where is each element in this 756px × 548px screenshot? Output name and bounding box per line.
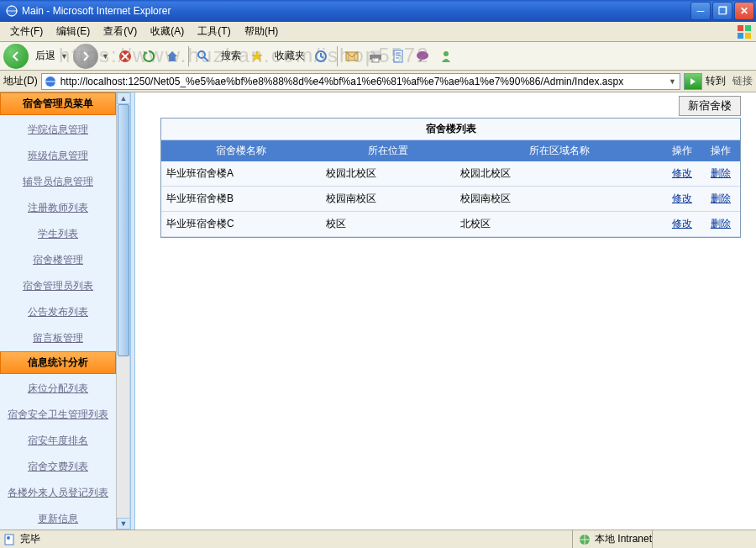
sidebar-link-fee[interactable]: 宿舍交费列表 (0, 454, 116, 480)
maximize-button[interactable]: ❐ (712, 2, 732, 20)
menu-edit[interactable]: 编辑(E) (50, 22, 97, 41)
home-button[interactable] (161, 45, 183, 67)
table-row: 毕业班宿舍楼C 校区 北校区 修改 删除 (161, 212, 740, 237)
sidebar-link-student[interactable]: 学生列表 (0, 221, 116, 247)
svg-rect-9 (371, 50, 380, 55)
cell-name: 毕业班宿舍楼C (161, 212, 321, 237)
cell-area: 校园南校区 (455, 187, 663, 212)
sidebar-link-bed[interactable]: 床位分配列表 (0, 376, 116, 402)
go-button[interactable] (684, 73, 702, 90)
svg-rect-1 (738, 25, 743, 31)
table-row: 毕业班宿舍楼A 校园北校区 校园北校区 修改 删除 (161, 161, 740, 187)
sidebar-link-dormbuilding[interactable]: 宿舍楼管理 (0, 247, 116, 273)
sidebar-link-class[interactable]: 班级信息管理 (0, 143, 116, 169)
sidebar-link-message[interactable]: 留言板管理 (0, 325, 116, 351)
forward-dropdown-icon[interactable]: ▼ (102, 52, 109, 61)
table-caption: 宿舍楼列表 (161, 119, 740, 140)
edit-button[interactable] (388, 45, 410, 67)
url-input[interactable] (60, 76, 667, 87)
favorites-label: 收藏夹 (275, 49, 305, 63)
sidebar-scrollbar[interactable]: ▲ ▼ (116, 92, 129, 530)
sidebar-link-counselor[interactable]: 辅导员信息管理 (0, 169, 116, 195)
sidebar-link-update[interactable]: 更新信息 (0, 506, 116, 530)
delete-link[interactable]: 删除 (711, 167, 731, 179)
history-button[interactable] (310, 45, 332, 67)
go-label: 转到 (706, 74, 726, 88)
th-op1: 操作 (663, 140, 701, 161)
sidebar-link-annual[interactable]: 宿安年度排名 (0, 428, 116, 454)
toolbar-separator (188, 46, 189, 66)
dorm-table: 宿舍楼名称 所在位置 所在区域名称 操作 操作 毕业班宿舍楼A 校园北校区 校园… (161, 140, 740, 237)
svg-rect-4 (745, 33, 751, 39)
sidebar: 宿舍管理员菜单 学院信息管理 班级信息管理 辅导员信息管理 注册教师列表 学生列… (0, 92, 130, 530)
edit-link[interactable]: 修改 (672, 192, 692, 204)
table-row: 毕业班宿舍楼B 校园南校区 校园南校区 修改 删除 (161, 187, 740, 212)
menu-tools[interactable]: 工具(T) (191, 22, 237, 41)
status-text: 完毕 (20, 532, 40, 546)
zone-icon (578, 533, 591, 546)
th-location: 所在位置 (321, 140, 455, 161)
svg-point-17 (7, 536, 10, 540)
back-label: 后退 (35, 49, 55, 63)
new-dorm-button[interactable]: 新宿舍楼 (679, 96, 741, 116)
th-area: 所在区域名称 (455, 140, 663, 161)
refresh-button[interactable] (138, 45, 160, 67)
scroll-thumb[interactable] (118, 104, 129, 356)
ie-icon (5, 4, 18, 18)
table-container: 宿舍楼列表 宿舍楼名称 所在位置 所在区域名称 操作 操作 毕业班宿舍楼A 校园… (160, 118, 741, 238)
main-panel: 新宿舍楼 宿舍楼列表 宿舍楼名称 所在位置 所在区域名称 操作 操作 毕业班宿舍… (135, 92, 756, 530)
address-label: 地址(D) (3, 74, 38, 88)
sidebar-link-notice[interactable]: 公告发布列表 (0, 299, 116, 325)
search-label: 搜索 (221, 49, 241, 63)
sidebar-category-stats: 信息统计分析 (0, 351, 116, 374)
svg-rect-3 (738, 33, 743, 39)
cell-name: 毕业班宿舍楼A (161, 161, 321, 187)
menu-view[interactable]: 查看(V) (97, 22, 144, 41)
cell-loc: 校园南校区 (321, 187, 455, 212)
edit-link[interactable]: 修改 (672, 167, 692, 179)
print-button[interactable] (365, 45, 386, 67)
scroll-up-icon[interactable]: ▲ (117, 92, 130, 104)
scroll-down-icon[interactable]: ▼ (117, 518, 130, 530)
address-bar: 地址(D) ▼ 转到 链接 (0, 71, 756, 92)
toolbar: https://www.huzhan.com/ishop5572 后退 ▼ ▼ … (0, 42, 756, 71)
sidebar-link-teacher[interactable]: 注册教师列表 (0, 195, 116, 221)
sidebar-link-college[interactable]: 学院信息管理 (0, 117, 116, 143)
cell-loc: 校区 (321, 212, 455, 237)
menu-favorites[interactable]: 收藏(A) (144, 22, 191, 41)
forward-button[interactable] (73, 44, 98, 69)
delete-link[interactable]: 删除 (711, 192, 731, 204)
th-name: 宿舍楼名称 (161, 140, 321, 161)
svg-rect-11 (372, 58, 379, 62)
sidebar-link-safety[interactable]: 宿舍安全卫生管理列表 (0, 402, 116, 428)
menu-help[interactable]: 帮助(H) (238, 22, 286, 41)
menu-bar: 文件(F) 编辑(E) 查看(V) 收藏(A) 工具(T) 帮助(H) (0, 22, 756, 42)
links-label[interactable]: 链接 (732, 74, 753, 88)
back-button[interactable] (3, 44, 29, 69)
url-dropdown-icon[interactable]: ▼ (667, 77, 678, 86)
favorites-button[interactable] (246, 45, 268, 67)
menu-file[interactable]: 文件(F) (3, 22, 50, 41)
sidebar-link-visitor[interactable]: 各楼外来人员登记列表 (0, 480, 116, 506)
sidebar-link-dormadmin[interactable]: 宿舍管理员列表 (0, 273, 116, 299)
zone-text: 本地 Intranet (595, 532, 652, 546)
cell-name: 毕业班宿舍楼B (161, 187, 321, 212)
th-op2: 操作 (701, 140, 740, 161)
cell-loc: 校园北校区 (321, 161, 455, 187)
window-titlebar: Main - Microsoft Internet Explorer ─ ❐ ✕ (0, 0, 756, 22)
mail-button[interactable] (341, 45, 363, 67)
window-title: Main - Microsoft Internet Explorer (22, 5, 690, 17)
close-button[interactable]: ✕ (734, 2, 754, 20)
discuss-button[interactable] (412, 45, 433, 67)
status-bar: 完毕 本地 Intranet (0, 530, 756, 548)
search-button[interactable] (192, 45, 214, 67)
toolbar-separator-2 (337, 46, 338, 66)
delete-link[interactable]: 删除 (711, 218, 731, 229)
stop-button[interactable] (114, 45, 136, 67)
edit-link[interactable]: 修改 (672, 218, 692, 229)
back-dropdown-icon[interactable]: ▼ (60, 52, 68, 61)
minimize-button[interactable]: ─ (690, 2, 711, 20)
svg-point-13 (417, 51, 428, 60)
done-icon (3, 533, 17, 546)
messenger-button[interactable] (435, 45, 457, 67)
